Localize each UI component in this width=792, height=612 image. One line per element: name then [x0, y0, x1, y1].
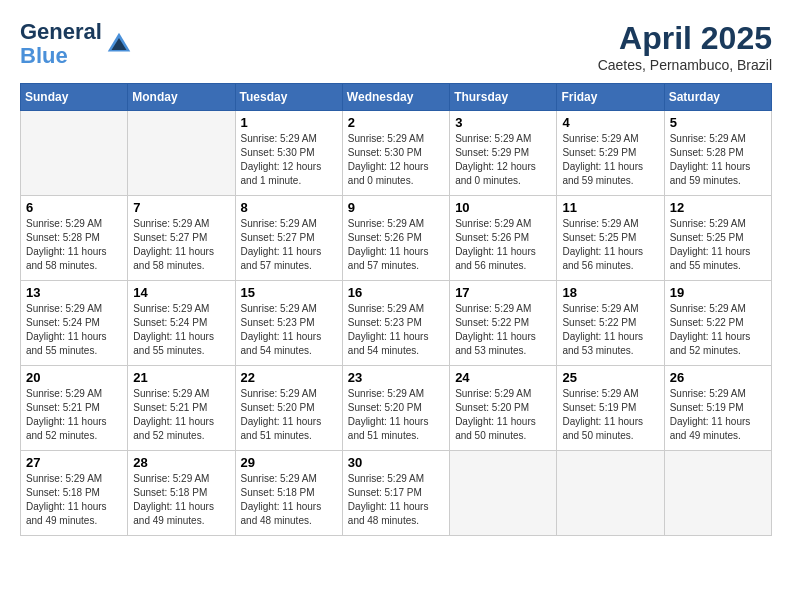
day-info: Sunrise: 5:29 AM Sunset: 5:28 PM Dayligh… [670, 132, 766, 188]
day-info: Sunrise: 5:29 AM Sunset: 5:24 PM Dayligh… [133, 302, 229, 358]
calendar-day-cell [664, 451, 771, 536]
day-info: Sunrise: 5:29 AM Sunset: 5:25 PM Dayligh… [670, 217, 766, 273]
calendar-day-cell: 13Sunrise: 5:29 AM Sunset: 5:24 PM Dayli… [21, 281, 128, 366]
location-subtitle: Caetes, Pernambuco, Brazil [598, 57, 772, 73]
day-number: 2 [348, 115, 444, 130]
day-number: 23 [348, 370, 444, 385]
day-number: 6 [26, 200, 122, 215]
day-info: Sunrise: 5:29 AM Sunset: 5:18 PM Dayligh… [26, 472, 122, 528]
day-info: Sunrise: 5:29 AM Sunset: 5:27 PM Dayligh… [241, 217, 337, 273]
calendar-day-cell: 16Sunrise: 5:29 AM Sunset: 5:23 PM Dayli… [342, 281, 449, 366]
day-info: Sunrise: 5:29 AM Sunset: 5:21 PM Dayligh… [133, 387, 229, 443]
weekday-header: Monday [128, 84, 235, 111]
day-number: 18 [562, 285, 658, 300]
calendar-day-cell: 28Sunrise: 5:29 AM Sunset: 5:18 PM Dayli… [128, 451, 235, 536]
day-info: Sunrise: 5:29 AM Sunset: 5:17 PM Dayligh… [348, 472, 444, 528]
day-number: 11 [562, 200, 658, 215]
calendar-day-cell: 9Sunrise: 5:29 AM Sunset: 5:26 PM Daylig… [342, 196, 449, 281]
day-info: Sunrise: 5:29 AM Sunset: 5:20 PM Dayligh… [348, 387, 444, 443]
weekday-header: Thursday [450, 84, 557, 111]
day-info: Sunrise: 5:29 AM Sunset: 5:30 PM Dayligh… [241, 132, 337, 188]
day-number: 5 [670, 115, 766, 130]
calendar-day-cell: 12Sunrise: 5:29 AM Sunset: 5:25 PM Dayli… [664, 196, 771, 281]
calendar-day-cell: 6Sunrise: 5:29 AM Sunset: 5:28 PM Daylig… [21, 196, 128, 281]
day-number: 19 [670, 285, 766, 300]
day-info: Sunrise: 5:29 AM Sunset: 5:22 PM Dayligh… [455, 302, 551, 358]
day-info: Sunrise: 5:29 AM Sunset: 5:20 PM Dayligh… [241, 387, 337, 443]
calendar-table: SundayMondayTuesdayWednesdayThursdayFrid… [20, 83, 772, 536]
calendar-day-cell: 23Sunrise: 5:29 AM Sunset: 5:20 PM Dayli… [342, 366, 449, 451]
page-header: GeneralBlue April 2025 Caetes, Pernambuc… [20, 20, 772, 73]
day-info: Sunrise: 5:29 AM Sunset: 5:23 PM Dayligh… [241, 302, 337, 358]
calendar-day-cell: 20Sunrise: 5:29 AM Sunset: 5:21 PM Dayli… [21, 366, 128, 451]
day-number: 25 [562, 370, 658, 385]
logo: GeneralBlue [20, 20, 134, 68]
day-number: 24 [455, 370, 551, 385]
day-info: Sunrise: 5:29 AM Sunset: 5:29 PM Dayligh… [455, 132, 551, 188]
calendar-week-row: 27Sunrise: 5:29 AM Sunset: 5:18 PM Dayli… [21, 451, 772, 536]
day-number: 3 [455, 115, 551, 130]
day-number: 17 [455, 285, 551, 300]
calendar-day-cell: 21Sunrise: 5:29 AM Sunset: 5:21 PM Dayli… [128, 366, 235, 451]
day-number: 10 [455, 200, 551, 215]
calendar-day-cell: 5Sunrise: 5:29 AM Sunset: 5:28 PM Daylig… [664, 111, 771, 196]
day-info: Sunrise: 5:29 AM Sunset: 5:29 PM Dayligh… [562, 132, 658, 188]
calendar-day-cell [128, 111, 235, 196]
calendar-week-row: 6Sunrise: 5:29 AM Sunset: 5:28 PM Daylig… [21, 196, 772, 281]
day-number: 13 [26, 285, 122, 300]
day-number: 4 [562, 115, 658, 130]
weekday-header: Friday [557, 84, 664, 111]
day-info: Sunrise: 5:29 AM Sunset: 5:26 PM Dayligh… [455, 217, 551, 273]
day-number: 28 [133, 455, 229, 470]
day-number: 7 [133, 200, 229, 215]
calendar-day-cell: 18Sunrise: 5:29 AM Sunset: 5:22 PM Dayli… [557, 281, 664, 366]
calendar-day-cell: 17Sunrise: 5:29 AM Sunset: 5:22 PM Dayli… [450, 281, 557, 366]
calendar-day-cell: 11Sunrise: 5:29 AM Sunset: 5:25 PM Dayli… [557, 196, 664, 281]
day-info: Sunrise: 5:29 AM Sunset: 5:18 PM Dayligh… [241, 472, 337, 528]
calendar-day-cell [557, 451, 664, 536]
day-number: 15 [241, 285, 337, 300]
day-number: 29 [241, 455, 337, 470]
calendar-week-row: 20Sunrise: 5:29 AM Sunset: 5:21 PM Dayli… [21, 366, 772, 451]
day-number: 26 [670, 370, 766, 385]
calendar-day-cell: 15Sunrise: 5:29 AM Sunset: 5:23 PM Dayli… [235, 281, 342, 366]
day-number: 30 [348, 455, 444, 470]
day-info: Sunrise: 5:29 AM Sunset: 5:25 PM Dayligh… [562, 217, 658, 273]
calendar-day-cell: 1Sunrise: 5:29 AM Sunset: 5:30 PM Daylig… [235, 111, 342, 196]
day-info: Sunrise: 5:29 AM Sunset: 5:20 PM Dayligh… [455, 387, 551, 443]
weekday-header-row: SundayMondayTuesdayWednesdayThursdayFrid… [21, 84, 772, 111]
calendar-day-cell: 10Sunrise: 5:29 AM Sunset: 5:26 PM Dayli… [450, 196, 557, 281]
day-number: 12 [670, 200, 766, 215]
calendar-day-cell: 25Sunrise: 5:29 AM Sunset: 5:19 PM Dayli… [557, 366, 664, 451]
day-info: Sunrise: 5:29 AM Sunset: 5:19 PM Dayligh… [670, 387, 766, 443]
day-number: 27 [26, 455, 122, 470]
month-title: April 2025 [598, 20, 772, 57]
calendar-day-cell: 29Sunrise: 5:29 AM Sunset: 5:18 PM Dayli… [235, 451, 342, 536]
title-area: April 2025 Caetes, Pernambuco, Brazil [598, 20, 772, 73]
calendar-day-cell: 4Sunrise: 5:29 AM Sunset: 5:29 PM Daylig… [557, 111, 664, 196]
day-info: Sunrise: 5:29 AM Sunset: 5:21 PM Dayligh… [26, 387, 122, 443]
calendar-day-cell: 14Sunrise: 5:29 AM Sunset: 5:24 PM Dayli… [128, 281, 235, 366]
calendar-day-cell: 8Sunrise: 5:29 AM Sunset: 5:27 PM Daylig… [235, 196, 342, 281]
calendar-day-cell: 3Sunrise: 5:29 AM Sunset: 5:29 PM Daylig… [450, 111, 557, 196]
logo-icon [104, 29, 134, 59]
calendar-day-cell [450, 451, 557, 536]
day-number: 14 [133, 285, 229, 300]
day-info: Sunrise: 5:29 AM Sunset: 5:22 PM Dayligh… [670, 302, 766, 358]
day-info: Sunrise: 5:29 AM Sunset: 5:26 PM Dayligh… [348, 217, 444, 273]
calendar-day-cell: 22Sunrise: 5:29 AM Sunset: 5:20 PM Dayli… [235, 366, 342, 451]
day-info: Sunrise: 5:29 AM Sunset: 5:27 PM Dayligh… [133, 217, 229, 273]
day-number: 20 [26, 370, 122, 385]
calendar-week-row: 1Sunrise: 5:29 AM Sunset: 5:30 PM Daylig… [21, 111, 772, 196]
weekday-header: Saturday [664, 84, 771, 111]
logo-text: GeneralBlue [20, 20, 102, 68]
calendar-day-cell: 27Sunrise: 5:29 AM Sunset: 5:18 PM Dayli… [21, 451, 128, 536]
calendar-day-cell: 2Sunrise: 5:29 AM Sunset: 5:30 PM Daylig… [342, 111, 449, 196]
day-info: Sunrise: 5:29 AM Sunset: 5:18 PM Dayligh… [133, 472, 229, 528]
day-number: 16 [348, 285, 444, 300]
day-info: Sunrise: 5:29 AM Sunset: 5:19 PM Dayligh… [562, 387, 658, 443]
weekday-header: Tuesday [235, 84, 342, 111]
calendar-day-cell [21, 111, 128, 196]
weekday-header: Sunday [21, 84, 128, 111]
calendar-week-row: 13Sunrise: 5:29 AM Sunset: 5:24 PM Dayli… [21, 281, 772, 366]
